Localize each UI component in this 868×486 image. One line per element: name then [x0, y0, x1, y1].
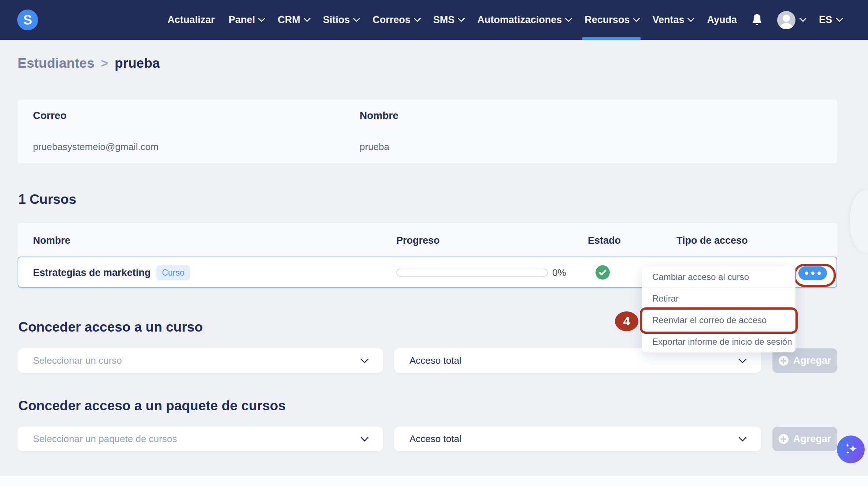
plus-circle-icon — [779, 434, 789, 444]
breadcrumb-current: prueba — [115, 56, 160, 71]
breadcrumb: Estudiantes > prueba — [18, 56, 160, 71]
bundle-select-placeholder: Seleccionar un paquete de cursos — [33, 433, 177, 445]
breadcrumb-separator: > — [101, 56, 108, 70]
courses-count-title: 1 Cursos — [18, 192, 76, 207]
row-actions-dropdown: Cambiar acceso al curso Retirar Reenviar… — [642, 266, 795, 352]
status-active-check-icon — [596, 265, 610, 280]
progress-bar — [396, 269, 548, 277]
brand-logo[interactable]: S — [17, 10, 38, 30]
nav-item-ventas[interactable]: Ventas — [652, 0, 693, 40]
bundle-access-type-value: Acceso total — [409, 433, 461, 445]
user-menu[interactable] — [777, 11, 805, 29]
nav-label: Recursos — [585, 14, 630, 26]
language-selector[interactable]: ES — [819, 14, 842, 26]
nav-item-crm[interactable]: CRM — [278, 0, 309, 40]
email-label: Correo — [33, 110, 67, 122]
nav-item-panel[interactable]: Panel — [229, 0, 264, 40]
name-label: Nombre — [360, 110, 398, 122]
chevron-down-icon — [836, 15, 843, 22]
nav-item-ayuda[interactable]: Ayuda — [707, 0, 737, 40]
chevron-down-icon — [458, 15, 465, 22]
chevron-down-icon — [360, 355, 369, 363]
nav-label: Panel — [229, 14, 255, 26]
bundle-select[interactable]: Seleccionar un paquete de cursos — [18, 427, 383, 451]
nav-item-sitios[interactable]: Sitios — [323, 0, 359, 40]
menu-item-exportar-informe[interactable]: Exportar informe de inicio de sesión — [642, 331, 795, 352]
chevron-down-icon — [799, 15, 806, 22]
notifications-bell-icon[interactable] — [751, 13, 763, 27]
breadcrumb-students-link[interactable]: Estudiantes — [18, 56, 94, 71]
chevron-down-icon — [353, 15, 360, 22]
page: S Actualizar Panel CRM Sitios Correos SM… — [0, 0, 868, 486]
add-course-button-label: Agregar — [793, 355, 831, 366]
col-header-estado: Estado — [588, 235, 621, 246]
bundle-access-type-select[interactable]: Acceso total — [394, 427, 761, 451]
course-name-cell: Estrategias de marketing Curso — [33, 257, 190, 288]
course-access-type-value: Acceso total — [409, 355, 461, 366]
course-name: Estrategias de marketing — [33, 267, 151, 278]
chevron-down-icon — [303, 15, 311, 22]
nav-item-correos[interactable]: Correos — [372, 0, 419, 40]
language-label: ES — [819, 14, 832, 26]
course-select[interactable]: Seleccionar un curso — [18, 348, 383, 373]
col-header-nombre: Nombre — [33, 235, 70, 246]
sparkles-icon — [842, 441, 859, 458]
course-type-badge: Curso — [156, 265, 190, 280]
nav-item-automatizaciones[interactable]: Automatizaciones — [477, 0, 571, 40]
chevron-down-icon — [633, 15, 640, 22]
footer-band — [0, 476, 868, 486]
nav-item-sms[interactable]: SMS — [433, 0, 464, 40]
nav-label: Ayuda — [707, 14, 737, 26]
menu-item-retirar[interactable]: Retirar — [642, 288, 795, 309]
avatar — [777, 11, 795, 29]
annotation-step-badge: 4 — [615, 311, 638, 331]
plus-circle-icon — [779, 356, 789, 366]
collapsed-side-tab[interactable] — [850, 190, 868, 253]
nav-label: Sitios — [323, 14, 350, 26]
nav-label: Correos — [372, 14, 411, 26]
nav-item-actualizar[interactable]: Actualizar — [167, 0, 215, 40]
name-value: prueba — [360, 141, 389, 153]
nav-label: SMS — [433, 14, 455, 26]
nav-menu: Actualizar Panel CRM Sitios Correos SMS … — [167, 0, 842, 40]
email-value: pruebasystemeio@gmail.com — [33, 141, 159, 153]
nav-label: Ventas — [652, 14, 684, 26]
chevron-down-icon — [360, 433, 369, 442]
progress-percent-label: 0% — [552, 257, 566, 288]
col-header-tipo-de-acceso: Tipo de acceso — [676, 235, 748, 246]
top-navbar: S Actualizar Panel CRM Sitios Correos SM… — [0, 0, 868, 40]
nav-label: Actualizar — [167, 14, 215, 26]
grant-bundle-title: Conceder acceso a un paquete de cursos — [18, 398, 286, 414]
row-actions-button[interactable] — [798, 266, 827, 280]
add-bundle-button-label: Agregar — [793, 433, 831, 445]
course-select-placeholder: Seleccionar un curso — [33, 355, 122, 366]
assistant-sparkles-fab[interactable] — [837, 435, 865, 463]
menu-item-reenviar-correo[interactable]: Reenviar el correo de acceso — [642, 309, 795, 331]
student-info-card: Correo pruebasystemeio@gmail.com Nombre … — [18, 100, 837, 163]
col-header-progreso: Progreso — [396, 235, 440, 246]
chevron-down-icon — [565, 15, 572, 22]
chevron-down-icon — [738, 355, 747, 363]
menu-item-cambiar-acceso[interactable]: Cambiar acceso al curso — [642, 266, 795, 288]
grant-course-title: Conceder acceso a un curso — [18, 319, 203, 335]
nav-label: CRM — [278, 14, 300, 26]
chevron-down-icon — [687, 15, 695, 22]
nav-label: Automatizaciones — [477, 14, 562, 26]
chevron-down-icon — [413, 15, 421, 22]
chevron-down-icon — [258, 15, 266, 22]
add-bundle-button[interactable]: Agregar — [772, 427, 837, 451]
chevron-down-icon — [738, 433, 747, 442]
nav-item-recursos[interactable]: Recursos — [585, 0, 638, 40]
